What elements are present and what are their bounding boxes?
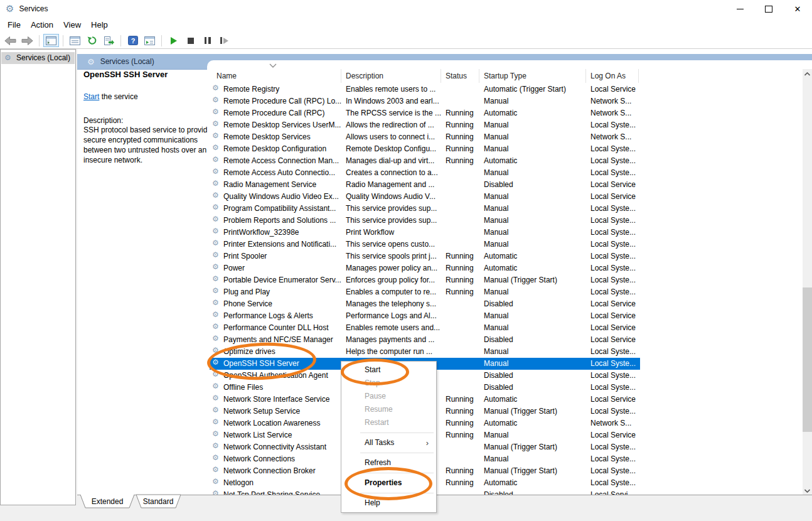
context-menu: StartStopPauseResumeRestartAll Tasks›Ref…: [341, 361, 437, 513]
scroll-down-icon[interactable]: [803, 486, 812, 495]
table-row[interactable]: ⚙Print SpoolerThis service spools print …: [207, 250, 803, 262]
column-divider[interactable]: [585, 69, 586, 83]
table-row[interactable]: ⚙Remote Access Connection Man...Manages …: [207, 155, 803, 167]
forward-arrow-icon[interactable]: [19, 34, 35, 47]
column-header-description[interactable]: Description: [346, 69, 383, 83]
table-row[interactable]: ⚙Remote RegistryEnables remote users to …: [207, 83, 803, 95]
column-divider[interactable]: [341, 69, 341, 83]
table-row[interactable]: ⚙OpenSSH SSH ServerManualLocal Syste...: [207, 358, 803, 370]
cell-log-on-as: Network S...: [590, 417, 631, 429]
column-header-status[interactable]: Status: [446, 69, 467, 83]
table-row[interactable]: ⚙Remote Desktop ConfigurationRemote Desk…: [207, 143, 803, 155]
table-row[interactable]: ⚙NetlogonRunningAutomaticLocal Syste...: [207, 477, 803, 489]
menu-file[interactable]: File: [3, 18, 26, 33]
close-button[interactable]: ✕: [783, 0, 812, 18]
cell-description: Creates a connection to a...: [346, 167, 438, 179]
service-gear-icon: ⚙: [212, 263, 219, 271]
context-menu-item-properties[interactable]: Properties: [341, 476, 436, 490]
menu-view[interactable]: View: [58, 18, 86, 33]
menu-help[interactable]: Help: [86, 18, 113, 33]
properties-window-icon[interactable]: [67, 34, 83, 47]
scrollbar-thumb[interactable]: [803, 287, 812, 432]
extended-view-icon[interactable]: [142, 34, 158, 47]
table-row[interactable]: ⚙Plug and PlayEnables a computer to re..…: [207, 286, 803, 298]
show-console-tree-icon[interactable]: [43, 34, 59, 47]
table-row[interactable]: ⚙Remote Desktop Services UserM...Allows …: [207, 119, 803, 131]
menu-action[interactable]: Action: [26, 18, 58, 33]
context-menu-item-resume[interactable]: Resume: [341, 403, 436, 416]
start-service-link[interactable]: Start: [83, 92, 99, 101]
cell-status: Running: [446, 250, 474, 262]
back-arrow-icon[interactable]: [3, 34, 18, 47]
column-header-name[interactable]: Name: [216, 69, 237, 83]
table-row[interactable]: ⚙Network Setup ServiceRunningManual (Tri…: [207, 406, 803, 417]
table-row[interactable]: ⚙Portable Device Enumerator Serv...Enfor…: [207, 274, 803, 286]
table-row[interactable]: ⚙Network Store Interface ServiceRunningA…: [207, 394, 803, 406]
table-row[interactable]: ⚙Network Connectivity AssistantManual (T…: [207, 441, 803, 453]
column-header-startup[interactable]: Startup Type: [484, 69, 526, 83]
table-row[interactable]: ⚙Optimize drivesHelps the computer run .…: [207, 346, 803, 358]
table-row[interactable]: ⚙Remote Access Auto Connectio...Creates …: [207, 167, 803, 179]
tree-item-services-local[interactable]: ⚙ Services (Local): [1, 52, 75, 64]
column-divider[interactable]: [638, 69, 639, 83]
context-menu-item-pause[interactable]: Pause: [341, 390, 436, 403]
tab-extended-label[interactable]: Extended: [92, 497, 124, 506]
cell-status: Running: [446, 406, 474, 417]
column-header-logon[interactable]: Log On As: [590, 69, 626, 83]
table-row[interactable]: ⚙Performance Counter DLL HostEnables rem…: [207, 322, 803, 334]
cell-startup-type: Manual: [484, 131, 508, 143]
tab-standard-label[interactable]: Standard: [143, 497, 174, 506]
table-row[interactable]: ⚙Performance Logs & AlertsPerformance Lo…: [207, 310, 803, 322]
table-row[interactable]: ⚙Network Location AwarenessRunningAutoma…: [207, 417, 803, 429]
sort-descending-icon[interactable]: [269, 63, 277, 68]
cell-name: Remote Desktop Configuration: [223, 143, 326, 155]
cell-status: Running: [446, 429, 474, 441]
table-row[interactable]: ⚙Program Compatibility Assistant...This …: [207, 203, 803, 215]
minimize-button[interactable]: [725, 0, 754, 18]
table-row[interactable]: ⚙Remote Procedure Call (RPC) Lo...In Win…: [207, 95, 803, 107]
table-row[interactable]: ⚙Network List ServiceRunningManualLocal …: [207, 429, 803, 441]
column-divider[interactable]: [441, 69, 441, 83]
scroll-up-icon[interactable]: [803, 69, 812, 78]
table-row[interactable]: ⚙Network ConnectionsManualLocal Syste...: [207, 453, 803, 465]
table-row[interactable]: ⚙PowerManages power policy an...RunningA…: [207, 262, 803, 274]
context-menu-label: Properties: [365, 478, 402, 487]
table-row[interactable]: ⚙Problem Reports and Solutions ...This s…: [207, 215, 803, 227]
table-row[interactable]: ⚙Network Connection BrokerRunningManual …: [207, 465, 803, 477]
context-menu-item-help[interactable]: Help: [341, 497, 436, 510]
cell-log-on-as: Local Service: [590, 334, 636, 346]
table-row[interactable]: ⚙Remote Procedure Call (RPC)The RPCSS se…: [207, 107, 803, 119]
maximize-button[interactable]: [754, 0, 783, 18]
table-row[interactable]: ⚙Printer Extensions and Notificati...Thi…: [207, 239, 803, 250]
help-icon[interactable]: ?: [125, 34, 141, 47]
table-row[interactable]: ⚙Radio Management ServiceRadio Managemen…: [207, 179, 803, 191]
vertical-scrollbar[interactable]: [803, 69, 812, 495]
table-row[interactable]: ⚙Phone ServiceManages the telephony s...…: [207, 298, 803, 310]
context-menu-item-refresh[interactable]: Refresh: [341, 456, 436, 470]
table-row[interactable]: ⚙PrintWorkflow_32398ePrint WorkflowManua…: [207, 227, 803, 239]
cell-startup-type: Manual (Trigger Start): [484, 406, 557, 417]
context-menu-item-restart[interactable]: Restart: [341, 416, 436, 429]
table-row[interactable]: ⚙OpenSSH Authentication AgentDisabledLoc…: [207, 370, 803, 382]
column-divider[interactable]: [479, 69, 479, 83]
cell-startup-type: Automatic: [484, 250, 517, 262]
context-menu-item-start[interactable]: Start: [341, 363, 436, 377]
start-service-icon[interactable]: [166, 34, 181, 47]
export-list-icon[interactable]: [101, 34, 117, 47]
restart-service-icon[interactable]: [216, 34, 232, 47]
title-bar[interactable]: ⚙ Services ✕: [0, 0, 812, 18]
service-gear-icon: ⚙: [212, 358, 219, 366]
table-row[interactable]: ⚙Quality Windows Audio Video Ex...Qualit…: [207, 191, 803, 203]
context-menu-item-stop[interactable]: Stop: [341, 377, 436, 390]
table-row[interactable]: ⚙Payments and NFC/SE ManagerManages paym…: [207, 334, 803, 346]
table-row[interactable]: ⚙Remote Desktop ServicesAllows users to …: [207, 131, 803, 143]
cell-description: Quality Windows Audio V...: [346, 191, 435, 203]
cell-log-on-as: Local Service: [590, 191, 636, 203]
stop-service-icon[interactable]: [183, 34, 198, 47]
table-row[interactable]: ⚙Offline FilesDisabledLocal Syste...: [207, 382, 803, 394]
service-gear-icon: ⚙: [212, 394, 219, 402]
toolbar-separator: [120, 35, 121, 46]
context-menu-item-all-tasks[interactable]: All Tasks›: [341, 436, 436, 449]
refresh-icon[interactable]: [84, 34, 100, 47]
pause-service-icon[interactable]: [200, 34, 215, 47]
